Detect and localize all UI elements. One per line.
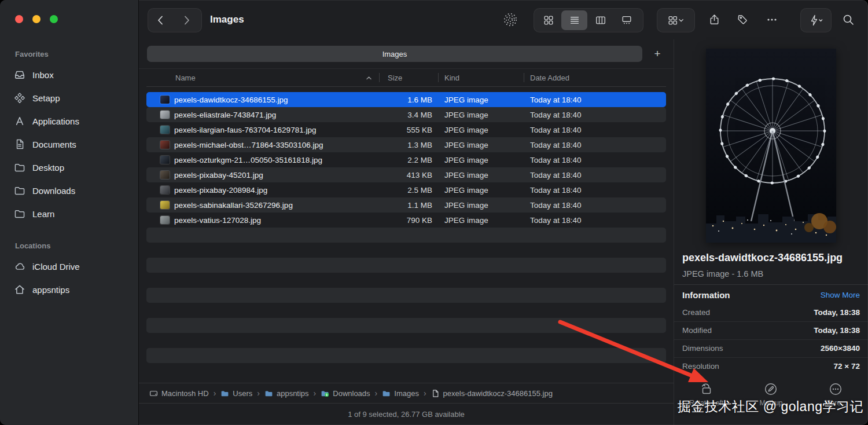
breadcrumb-appsntips[interactable]: appsntips (264, 389, 309, 398)
column-label: Date Added (530, 74, 569, 82)
field-label: Resolution (682, 362, 719, 371)
column-header-kind[interactable]: Kind (438, 69, 524, 86)
preview-pane: pexels-dawidtkocz-34686155.jpg JPEG imag… (674, 39, 868, 425)
fullscreen-window-button[interactable] (50, 15, 58, 23)
more-toolbar-button[interactable] (759, 8, 785, 31)
breadcrumb-images[interactable]: Images (382, 389, 419, 398)
empty-row (146, 243, 666, 258)
column-header-date-added[interactable]: Date Added (524, 69, 666, 86)
file-size: 413 KB (379, 171, 438, 179)
table-row[interactable]: pexels-michael-obst…71864-33503106.jpg 1… (146, 137, 666, 152)
column-label: Kind (444, 74, 459, 82)
empty-row (146, 363, 666, 378)
breadcrumb-users[interactable]: Users (220, 389, 252, 398)
airdrop-button[interactable] (498, 8, 523, 31)
icon-view-button[interactable] (535, 10, 561, 30)
file-date-added: Today at 18:40 (524, 216, 666, 225)
table-row[interactable]: pexels-ozturkgm-21…05050-35161818.jpg 2.… (146, 152, 666, 167)
search-button[interactable] (836, 8, 861, 31)
quick-actions-button[interactable] (800, 8, 832, 32)
file-thumbnail (160, 141, 170, 149)
file-date-added: Today at 18:40 (524, 141, 666, 149)
more-circle-icon (829, 382, 843, 396)
sidebar-item-label: iCloud Drive (32, 262, 80, 272)
tags-button[interactable] (730, 8, 756, 31)
breadcrumb-current-file[interactable]: pexels-dawidtkocz-34686155.jpg (431, 389, 553, 398)
file-icon (431, 389, 440, 398)
file-list: pexels-dawidtkocz-34686155.jpg 1.6 MB JP… (139, 87, 674, 383)
empty-row (146, 228, 666, 243)
sidebar-item-applications[interactable]: Applications (8, 109, 133, 133)
gallery-view-button[interactable] (613, 10, 639, 30)
list-view-button[interactable] (561, 10, 587, 30)
column-header-name[interactable]: Name (146, 69, 379, 86)
table-row[interactable]: pexels-dawidtkocz-34686155.jpg 1.6 MB JP… (146, 92, 666, 107)
file-name: pexels-michael-obst…71864-33503106.jpg (174, 141, 323, 149)
back-button[interactable] (148, 9, 174, 32)
share-button[interactable] (701, 8, 727, 31)
tab-images[interactable]: Images (147, 46, 642, 62)
file-name: pexels-dawidtkocz-34686155.jpg (174, 96, 288, 104)
file-size: 2.2 MB (379, 156, 438, 164)
breadcrumb-separator: › (214, 389, 216, 398)
preview-filetype: JPEG image - 1.6 MB (682, 269, 860, 279)
watermark-text: 掘金技术社区 @ golang学习记 (678, 398, 863, 416)
file-name: pexels-vatius-127028.jpg (174, 216, 261, 225)
file-date-added: Today at 18:40 (524, 126, 666, 134)
folder-icon (382, 389, 391, 398)
folder-icon (14, 208, 25, 219)
column-view-button[interactable] (587, 10, 613, 30)
sidebar-item-learn[interactable]: Learn (8, 202, 133, 225)
status-bar: 1 of 9 selected, 26.77 GB available (139, 403, 674, 425)
column-label: Name (175, 74, 196, 82)
table-row[interactable]: pexels-sabinakallari-35267296.jpg 1.1 MB… (146, 197, 666, 212)
close-window-button[interactable] (15, 15, 23, 23)
sidebar-item-label: Setapp (32, 93, 60, 103)
table-row[interactable]: pexels-ilargian-faus-763704-1629781.jpg … (146, 122, 666, 137)
breadcrumb-label: pexels-dawidtkocz-34686155.jpg (443, 389, 553, 398)
minimize-window-button[interactable] (32, 15, 41, 23)
sidebar-item-label: Learn (32, 209, 54, 219)
preview-image (706, 49, 836, 243)
file-kind: JPEG image (438, 216, 524, 225)
breadcrumb-separator: › (257, 389, 260, 398)
documents-icon (14, 138, 25, 150)
folder-icon (14, 162, 25, 173)
table-row[interactable]: pexels-vatius-127028.jpg 790 KB JPEG ima… (146, 212, 666, 228)
file-thumbnail (160, 96, 170, 104)
sidebar: Favorites Inbox Setapp Applications Docu… (0, 0, 139, 425)
file-size: 3.4 MB (379, 111, 438, 119)
search-icon (842, 13, 855, 26)
column-header-size[interactable]: Size (379, 69, 438, 86)
sidebar-item-icloud-drive[interactable]: iCloud Drive (8, 255, 133, 278)
sidebar-item-inbox[interactable]: Inbox (8, 63, 133, 86)
sidebar-item-desktop[interactable]: Desktop (8, 156, 133, 179)
view-switcher (534, 8, 643, 32)
table-row[interactable]: pexels-pixabay-208984.jpg 2.5 MB JPEG im… (146, 182, 666, 197)
setapp-icon (14, 92, 25, 104)
file-browser: Images + Name Size Kind Date Ad (139, 39, 674, 425)
breadcrumb-downloads[interactable]: Downloads (321, 389, 370, 398)
file-date-added: Today at 18:40 (524, 96, 666, 104)
sidebar-item-downloads[interactable]: Downloads (8, 179, 133, 202)
plus-icon: + (654, 47, 660, 60)
sidebar-item-setapp[interactable]: Setapp (8, 86, 133, 109)
new-tab-button[interactable]: + (649, 46, 665, 62)
sidebar-item-documents[interactable]: Documents (8, 133, 133, 156)
file-thumbnail (160, 171, 170, 179)
table-row[interactable]: pexels-pixabay-45201.jpg 413 KB JPEG ima… (146, 167, 666, 182)
group-by-button[interactable] (657, 8, 695, 32)
breadcrumb-macintosh-hd[interactable]: Macintosh HD (149, 389, 209, 398)
sidebar-item-appsntips[interactable]: appsntips (8, 278, 133, 301)
sidebar-item-label: Desktop (32, 163, 64, 173)
forward-button[interactable] (174, 9, 199, 32)
icloud-icon (14, 261, 25, 272)
table-row[interactable]: pexels-eliastrale-7438471.jpg 3.4 MB JPE… (146, 107, 666, 122)
file-date-added: Today at 18:40 (524, 201, 666, 210)
file-size: 1.1 MB (379, 201, 438, 210)
file-kind: JPEG image (438, 201, 524, 210)
file-size: 2.5 MB (379, 186, 438, 195)
file-name: pexels-eliastrale-7438471.jpg (174, 111, 276, 119)
toolbar: Images (139, 0, 868, 39)
show-more-link[interactable]: Show More (821, 291, 860, 299)
